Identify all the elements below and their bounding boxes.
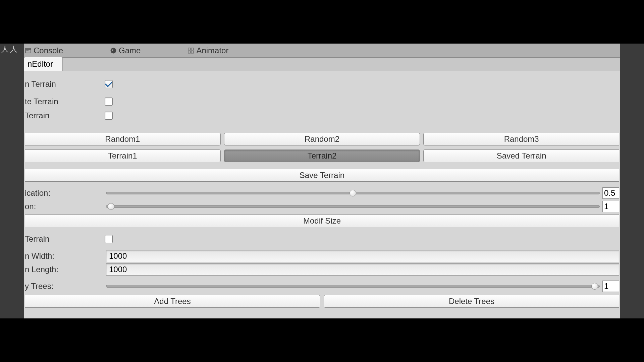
prop-terrain-2-label: te Terrain <box>25 97 105 106</box>
corner-watermark: 人人 <box>0 44 20 55</box>
checkbox-terrain-1[interactable] <box>105 80 113 88</box>
random1-button[interactable]: Random1 <box>25 133 221 145</box>
left-gutter <box>0 44 24 318</box>
random3-button[interactable]: Random3 <box>423 133 619 145</box>
tab-console-label: Console <box>34 46 63 55</box>
length-label: n Length: <box>25 265 103 274</box>
sub-tab-bar: nEditor <box>24 58 620 71</box>
tab-animator[interactable]: Animator <box>187 46 228 55</box>
slider-2-label: on: <box>25 202 103 211</box>
trees-slider-value[interactable]: 1 <box>602 281 619 292</box>
length-input[interactable] <box>106 263 619 276</box>
slider-1-label: ication: <box>25 188 103 198</box>
tab-animator-label: Animator <box>196 46 228 55</box>
slider-2[interactable] <box>106 202 600 210</box>
add-trees-button[interactable]: Add Trees <box>25 295 320 308</box>
console-icon <box>25 47 32 54</box>
delete-trees-button[interactable]: Delete Trees <box>324 295 619 308</box>
svg-rect-6 <box>192 51 194 53</box>
saved-terrain-button[interactable]: Saved Terrain <box>423 149 619 162</box>
animator-icon <box>187 47 194 54</box>
checkbox-terrain-2[interactable] <box>105 98 113 106</box>
game-icon <box>110 47 117 54</box>
trees-slider[interactable] <box>106 282 600 290</box>
tab-game[interactable]: Game <box>110 46 141 55</box>
svg-rect-4 <box>192 48 194 50</box>
svg-rect-5 <box>189 51 191 53</box>
save-terrain-button[interactable]: Save Terrain <box>25 169 619 182</box>
prop-terrain-1-label: n Terrain <box>25 79 105 89</box>
modif-size-button[interactable]: Modif Size <box>25 215 619 227</box>
terrain2-button[interactable]: Terrain2 <box>224 149 420 162</box>
editor-panel: n Terrain te Terrain Terrain Random1 Ran… <box>24 71 620 318</box>
sub-tab-editor[interactable]: nEditor <box>24 57 63 71</box>
random2-button[interactable]: Random2 <box>224 133 420 145</box>
slider-1-value[interactable]: 0.5 <box>602 187 619 199</box>
slider-2-thumb[interactable] <box>108 203 114 210</box>
prop-terrain-3-label: Terrain <box>25 111 105 120</box>
trees-slider-label: y Trees: <box>25 282 103 291</box>
svg-rect-3 <box>189 48 191 50</box>
tab-game-label: Game <box>119 46 141 55</box>
slider-2-value[interactable]: 1 <box>602 201 619 212</box>
checkbox-terrain-3[interactable] <box>105 112 113 120</box>
terrain1-button[interactable]: Terrain1 <box>25 149 221 162</box>
trees-slider-thumb[interactable] <box>591 283 598 290</box>
slider-1-thumb[interactable] <box>350 190 356 196</box>
tab-bar: Console Game Animator <box>24 44 620 58</box>
tab-console[interactable]: Console <box>25 46 63 55</box>
width-input[interactable] <box>106 250 619 262</box>
right-gutter <box>620 44 644 318</box>
width-label: n Width: <box>25 251 103 261</box>
checkbox-terrain-4[interactable] <box>105 235 113 243</box>
prop-terrain-4-label: Terrain <box>25 234 105 244</box>
slider-1[interactable] <box>106 189 600 197</box>
